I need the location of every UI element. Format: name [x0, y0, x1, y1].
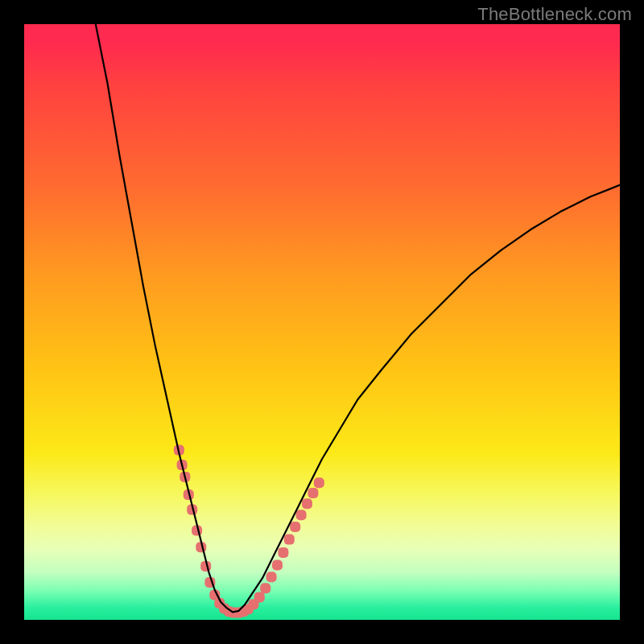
marker-dot: [308, 488, 318, 498]
marker-dot: [284, 535, 295, 545]
marker-dot: [296, 510, 307, 520]
marker-dot: [272, 559, 283, 570]
marker-dot: [290, 522, 300, 532]
bottleneck-curve: [96, 24, 620, 612]
marker-dot: [314, 477, 324, 488]
marker-dot: [302, 498, 312, 509]
marker-layer: [174, 445, 324, 618]
chart-frame: TheBottleneck.com: [0, 0, 644, 644]
watermark-text: TheBottleneck.com: [477, 4, 632, 25]
plot-area: [24, 24, 620, 620]
marker-dot: [278, 547, 288, 558]
marker-dot: [266, 572, 277, 582]
marker-dot: [260, 583, 270, 593]
marker-dot: [254, 592, 265, 602]
chart-svg: [24, 24, 620, 620]
